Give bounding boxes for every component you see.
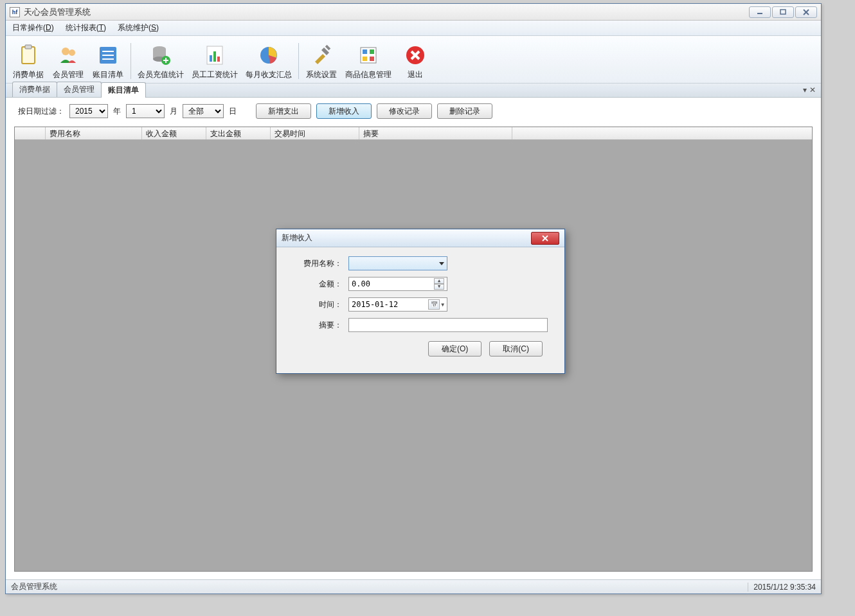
label-summary: 摘要： <box>292 320 342 331</box>
toolbar-label: 账目清单 <box>93 69 123 80</box>
tabstrip-menu-icon[interactable]: ▾ <box>803 85 807 94</box>
month-unit: 月 <box>170 106 177 117</box>
dialog-title: 新增收入 <box>282 233 531 243</box>
tab-account-list[interactable]: 账目清单 <box>101 82 146 98</box>
menu-label: 统计报表( <box>66 23 99 32</box>
chevron-down-icon[interactable]: ▼ <box>441 302 444 308</box>
menubar: 日常操作(D) 统计报表(T) 系统维护(S) <box>6 21 821 36</box>
status-left: 会员管理系统 <box>11 581 57 592</box>
grid-header-row: 费用名称 收入金额 支出金额 交易时间 摘要 <box>15 127 812 140</box>
day-select[interactable]: 全部 <box>183 104 224 118</box>
toolbar-recharge-stats[interactable]: 会员充值统计 <box>134 41 188 82</box>
day-unit: 日 <box>229 106 237 117</box>
toolbar-exit[interactable]: 退出 <box>395 41 435 82</box>
close-icon <box>541 235 549 242</box>
dialog-titlebar[interactable]: 新增收入 <box>276 229 564 247</box>
toolbar-label: 会员管理 <box>53 69 84 80</box>
grid-header-name[interactable]: 费用名称 <box>46 127 142 139</box>
time-input[interactable]: 2015-01-12 ▼ <box>348 297 447 312</box>
window-buttons <box>749 6 817 18</box>
main-window: hf 天心会员管理系统 日常操作(D) 统计报表(T) 系统维护(S) <box>5 3 822 594</box>
add-income-dialog: 新增收入 费用名称： 金额： 0.00 ▲ ▼ <box>276 229 565 374</box>
tabstrip: 消费单据 会员管理 账目清单 ▾ ✕ <box>6 84 821 98</box>
toolbar-consumption-bill[interactable]: 消费单据 <box>8 41 48 82</box>
toolbar-member-mgmt[interactable]: 会员管理 <box>48 41 88 82</box>
svg-rect-19 <box>210 55 212 62</box>
dialog-close-button[interactable] <box>531 232 559 245</box>
year-select[interactable]: 2015 <box>69 104 108 118</box>
toolbar: 消费单据 会员管理 账目清单 会员充值统计 员工工资统计 每月收支汇总 系统设置 <box>6 36 821 84</box>
tab-consumption[interactable]: 消费单据 <box>12 82 57 97</box>
menu-reports[interactable]: 统计报表(T) <box>66 22 106 33</box>
status-datetime: 2015/1/12 9:35:34 <box>748 583 816 592</box>
svg-point-7 <box>69 49 75 56</box>
statusbar: 会员管理系统 2015/1/12 9:35:34 <box>6 579 821 594</box>
filter-label: 按日期过滤： <box>18 106 64 117</box>
svg-rect-26 <box>370 49 374 54</box>
close-icon <box>802 9 810 15</box>
toolbar-label: 退出 <box>408 69 423 80</box>
menu-maintenance[interactable]: 系统维护(S) <box>118 22 159 33</box>
toolbar-label: 员工工资统计 <box>192 69 238 80</box>
toolbar-separator <box>298 43 299 79</box>
dialog-body: 费用名称： 金额： 0.00 ▲ ▼ 时间： 2015-01-12 <box>276 247 564 365</box>
svg-rect-27 <box>363 57 367 61</box>
toolbar-label: 每月收支汇总 <box>246 69 292 80</box>
toolbar-account-list[interactable]: 账目清单 <box>88 41 128 82</box>
amount-input[interactable]: 0.00 ▲ ▼ <box>348 277 447 291</box>
svg-rect-1 <box>780 10 786 14</box>
toolbar-label: 消费单据 <box>13 69 44 80</box>
month-select[interactable]: 1 <box>126 104 165 118</box>
menu-label: 日常操作( <box>12 23 46 32</box>
add-income-button[interactable]: 新增收入 <box>316 103 372 119</box>
grid-header-income[interactable]: 收入金额 <box>142 127 206 139</box>
spin-down-button[interactable]: ▼ <box>434 284 444 290</box>
svg-rect-21 <box>217 57 220 62</box>
minimize-button[interactable] <box>749 6 771 18</box>
svg-rect-4 <box>22 47 35 64</box>
edit-record-button[interactable]: 修改记录 <box>377 103 432 119</box>
svg-rect-23 <box>325 45 330 50</box>
window-title: 天心会员管理系统 <box>24 6 749 18</box>
svg-point-6 <box>62 48 69 55</box>
grid-header-time[interactable]: 交易时间 <box>271 127 359 139</box>
grid-icon <box>356 42 381 68</box>
spin-up-button[interactable]: ▲ <box>434 278 444 284</box>
db-plus-icon <box>148 42 174 68</box>
add-expense-button[interactable]: 新增支出 <box>256 103 311 119</box>
menu-label: 系统维护( <box>118 23 151 32</box>
toolbar-monthly-summary[interactable]: 每月收支汇总 <box>242 41 296 82</box>
svg-rect-25 <box>363 49 367 54</box>
toolbar-product-info[interactable]: 商品信息管理 <box>341 41 395 82</box>
barchart-icon <box>202 42 228 68</box>
tab-member[interactable]: 会员管理 <box>57 82 102 97</box>
piechart-icon <box>256 42 282 68</box>
dialog-cancel-button[interactable]: 取消(C) <box>489 341 543 356</box>
label-amount: 金额： <box>292 279 342 290</box>
label-fee-name: 费用名称： <box>292 258 342 269</box>
tabstrip-close-icon[interactable]: ✕ <box>809 85 816 94</box>
dialog-ok-button[interactable]: 确定(O) <box>428 341 482 356</box>
ledger-icon <box>95 42 121 68</box>
grid-header-summary[interactable]: 摘要 <box>359 127 512 139</box>
fee-name-dropdown[interactable] <box>348 256 447 270</box>
toolbar-system-settings[interactable]: 系统设置 <box>302 41 341 82</box>
year-unit: 年 <box>113 106 121 117</box>
maximize-button[interactable] <box>772 6 794 18</box>
menu-daily-ops[interactable]: 日常操作(D) <box>12 22 54 33</box>
calendar-icon[interactable] <box>428 299 440 310</box>
grid-header-rownum[interactable] <box>15 127 46 139</box>
toolbar-salary-stats[interactable]: 员工工资统计 <box>188 41 242 82</box>
toolbar-label: 会员充值统计 <box>138 69 184 80</box>
amount-value: 0.00 <box>352 279 370 288</box>
label-time: 时间： <box>292 299 342 310</box>
delete-record-button[interactable]: 删除记录 <box>437 103 492 119</box>
exit-icon <box>402 42 428 68</box>
grid-header-expense[interactable]: 支出金额 <box>206 127 271 139</box>
minimize-icon <box>756 9 764 15</box>
summary-input[interactable] <box>348 318 548 332</box>
close-button[interactable] <box>795 6 817 18</box>
toolbar-label: 系统设置 <box>306 69 337 80</box>
svg-rect-28 <box>370 57 374 61</box>
svg-rect-20 <box>213 51 216 62</box>
